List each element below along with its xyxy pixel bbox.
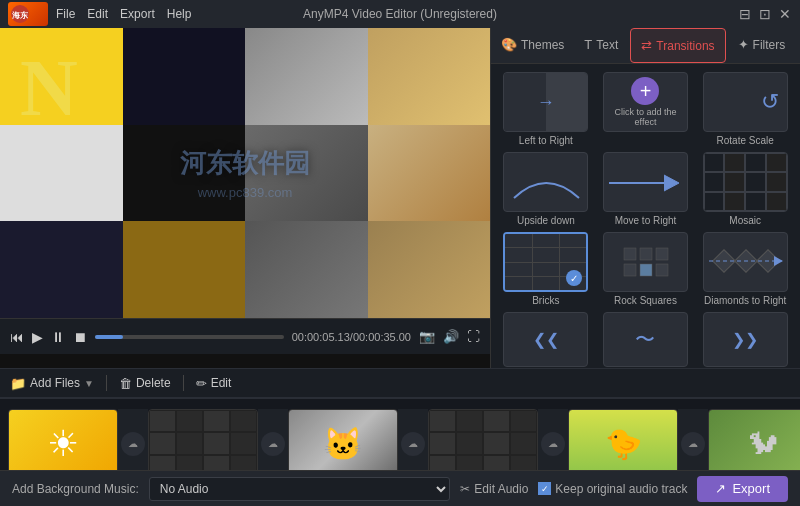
transition-rock-squares[interactable]: Rock Squares [599, 232, 693, 306]
restore-button[interactable]: ⊡ [758, 7, 772, 21]
video-canvas: 河东软件园 www.pc839.com N [0, 28, 490, 318]
toolbar-separator-2 [183, 375, 184, 391]
tab-transitions[interactable]: ⇄ Transitions [630, 28, 725, 63]
close-button[interactable]: ✕ [778, 7, 792, 21]
export-button[interactable]: ↗ Export [697, 476, 788, 502]
track-thumb-pattern1[interactable] [148, 409, 258, 479]
stop-button[interactable]: ⏹ [73, 329, 87, 345]
tab-elements[interactable]: ⧫ Elements [795, 28, 800, 63]
menu-file[interactable]: File [56, 7, 75, 21]
track-thumb-squirrel[interactable]: 🐿 [708, 409, 800, 479]
transition-left-to-right[interactable]: → Left to Right [499, 72, 593, 146]
playback-controls: ⏮ ▶ ⏸ ⏹ 00:00:05.13/00:00:35.00 📷 🔊 ⛶ [0, 318, 490, 354]
transition-label-rotate-scale: Rotate Scale [717, 135, 774, 146]
rewind-button[interactable]: ⏮ [10, 329, 24, 345]
transition-thumb-left-to-right: → [503, 72, 588, 132]
window-title: AnyMP4 Video Editor (Unregistered) [303, 7, 497, 21]
preview-cell [245, 221, 368, 318]
transition-row4-2[interactable]: 〜 [599, 312, 693, 367]
text-icon: T [584, 37, 592, 52]
menu-bar: File Edit Export Help [56, 7, 191, 21]
playback-icons: 📷 🔊 ⛶ [419, 329, 480, 344]
transition-bricks[interactable]: ✓ Bricks [499, 232, 593, 306]
transition-label-rock-squares: Rock Squares [614, 295, 677, 306]
transition-upside-down[interactable]: Upside down [499, 152, 593, 226]
add-files-icon: 📁 [10, 376, 26, 391]
transition-thumb-rotate-scale: ↺ [703, 72, 788, 132]
transition-thumb-move-to-right [603, 152, 688, 212]
main-area: 河东软件园 www.pc839.com N ⏮ ▶ ⏸ ⏹ 00:00:05.1… [0, 28, 800, 368]
preview-cell [0, 125, 123, 222]
scissors-icon: ✂ [460, 482, 470, 496]
add-files-button[interactable]: 📁 Add Files ▼ [10, 376, 94, 391]
transition-rotate-scale[interactable]: ↺ Rotate Scale [698, 72, 792, 146]
sun-icon: ☀ [47, 423, 79, 465]
panel-tabs: 🎨 Themes T Text ⇄ Transitions ✦ Filters … [491, 28, 800, 64]
transition-label-left-to-right: Left to Right [519, 135, 573, 146]
preview-cell [0, 221, 123, 318]
connector-icon-3: ☁ [401, 432, 425, 456]
preview-cell [123, 28, 246, 125]
transition-label-diamonds-to-right: Diamonds to Right [704, 295, 786, 306]
connector-icon-2: ☁ [261, 432, 285, 456]
transition-row4-1[interactable]: ❮❮ [499, 312, 593, 367]
transition-connector-2[interactable]: ☁ [258, 409, 288, 479]
screenshot-icon[interactable]: 📷 [419, 329, 435, 344]
transition-mosaic[interactable]: Mosaic [698, 152, 792, 226]
fullscreen-icon[interactable]: ⛶ [467, 329, 480, 344]
transition-label-upside-down: Upside down [517, 215, 575, 226]
tab-filters[interactable]: ✦ Filters [728, 28, 796, 63]
delete-button[interactable]: 🗑 Delete [119, 376, 171, 391]
minimize-button[interactable]: ⊟ [738, 7, 752, 21]
transition-add-effect[interactable]: + Click to add the effect [599, 72, 693, 146]
transition-thumb-rock-squares [603, 232, 688, 292]
volume-icon[interactable]: 🔊 [443, 329, 459, 344]
transition-diamonds-to-right[interactable]: Diamonds to Right [698, 232, 792, 306]
connector-icon-1: ☁ [121, 432, 145, 456]
time-display: 00:00:05.13/00:00:35.00 [292, 331, 411, 343]
svg-rect-7 [640, 264, 652, 276]
app-logo: 海东 [8, 2, 48, 26]
menu-export[interactable]: Export [120, 7, 155, 21]
tab-themes[interactable]: 🎨 Themes [491, 28, 574, 63]
bg-music-select[interactable]: No Audio [149, 477, 451, 501]
pause-button[interactable]: ⏸ [51, 329, 65, 345]
transition-letter: N [20, 48, 78, 128]
transition-connector-3[interactable]: ☁ [398, 409, 428, 479]
window-controls: ⊟ ⊡ ✕ [738, 7, 792, 21]
preview-cell [368, 125, 491, 222]
squirrel-icon: 🐿 [748, 427, 778, 461]
transition-row4-3[interactable]: ❯❯ [698, 312, 792, 367]
menu-edit[interactable]: Edit [87, 7, 108, 21]
progress-bar[interactable] [95, 335, 284, 339]
transition-label-mosaic: Mosaic [729, 215, 761, 226]
transition-move-to-right[interactable]: Move to Right [599, 152, 693, 226]
track-thumb-cat[interactable]: 🐱 [288, 409, 398, 479]
transition-label-bricks: Bricks [532, 295, 559, 306]
transition-connector-1[interactable]: ☁ [118, 409, 148, 479]
transition-thumb-add-effect: + Click to add the effect [603, 72, 688, 132]
svg-rect-3 [624, 248, 636, 260]
delete-icon: 🗑 [119, 376, 132, 391]
track-thumb-pattern2[interactable] [428, 409, 538, 479]
transition-connector-4[interactable]: ☁ [538, 409, 568, 479]
mosaic-pattern [704, 153, 787, 211]
track-thumb-duck[interactable]: 🐤 [568, 409, 678, 479]
edit-button[interactable]: ✏ Edit [196, 376, 232, 391]
transition-thumb-row4-2: 〜 [603, 312, 688, 367]
pattern-grid-2 [429, 410, 537, 478]
tab-text[interactable]: T Text [574, 28, 628, 63]
bg-music-label: Add Background Music: [12, 482, 139, 496]
play-button[interactable]: ▶ [32, 329, 43, 345]
filters-icon: ✦ [738, 37, 749, 52]
keep-original-checkbox[interactable]: ✓ [538, 482, 551, 495]
transition-connector-5[interactable]: ☁ [678, 409, 708, 479]
connector-icon-5: ☁ [681, 432, 705, 456]
track-thumb-sun[interactable]: ☀ [8, 409, 118, 479]
transition-thumb-diamonds-to-right [703, 232, 788, 292]
preview-cell [123, 125, 246, 222]
edit-audio-button[interactable]: ✂ Edit Audio [460, 482, 528, 496]
menu-help[interactable]: Help [167, 7, 192, 21]
right-panel: 🎨 Themes T Text ⇄ Transitions ✦ Filters … [490, 28, 800, 368]
pattern-grid-1 [149, 410, 257, 478]
